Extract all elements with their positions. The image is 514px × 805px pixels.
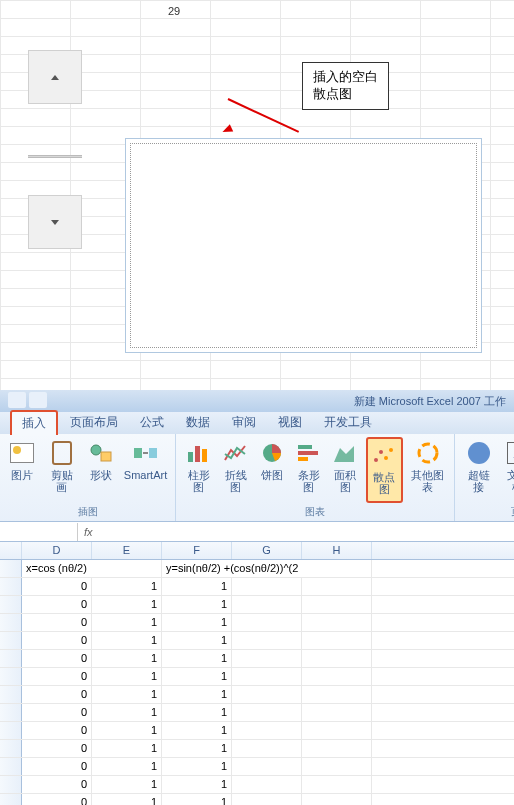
cell[interactable]: 1 <box>92 722 162 739</box>
cell[interactable] <box>232 650 302 667</box>
textbox-button[interactable]: A 文本框 <box>500 437 514 503</box>
insert-picture-button[interactable]: 图片 <box>6 437 39 503</box>
cell[interactable] <box>232 758 302 775</box>
cell[interactable]: y=sin(nθ/2) +(cos(nθ/2))^(2 <box>162 560 372 577</box>
cell[interactable]: 0 <box>22 596 92 613</box>
tab-insert[interactable]: 插入 <box>10 410 58 435</box>
cell[interactable]: 1 <box>92 740 162 757</box>
row-header[interactable] <box>0 722 22 739</box>
cell[interactable] <box>232 596 302 613</box>
cell[interactable]: 1 <box>92 578 162 595</box>
other-charts-button[interactable]: 其他图表 <box>407 437 449 503</box>
cell[interactable]: 1 <box>92 596 162 613</box>
insert-shapes-button[interactable]: 形状 <box>85 437 118 503</box>
cell[interactable] <box>232 686 302 703</box>
cell[interactable]: 1 <box>92 614 162 631</box>
cell[interactable]: 1 <box>162 758 232 775</box>
tab-view[interactable]: 视图 <box>268 411 312 434</box>
fx-icon[interactable]: fx <box>78 526 99 538</box>
cell[interactable] <box>302 578 372 595</box>
cell[interactable] <box>232 740 302 757</box>
cell[interactable] <box>302 668 372 685</box>
tab-review[interactable]: 审阅 <box>222 411 266 434</box>
tab-developer[interactable]: 开发工具 <box>314 411 382 434</box>
cell[interactable] <box>232 776 302 793</box>
cell[interactable]: 1 <box>162 614 232 631</box>
cell[interactable]: 1 <box>162 650 232 667</box>
row-header[interactable] <box>0 596 22 613</box>
cell[interactable]: 1 <box>162 740 232 757</box>
row-header[interactable] <box>0 758 22 775</box>
row-header[interactable] <box>0 704 22 721</box>
cell[interactable]: 0 <box>22 578 92 595</box>
cell[interactable] <box>302 686 372 703</box>
column-chart-button[interactable]: 柱形图 <box>182 437 215 503</box>
cell[interactable] <box>302 704 372 721</box>
row-header[interactable] <box>0 632 22 649</box>
cell[interactable]: 0 <box>22 758 92 775</box>
cell[interactable]: 0 <box>22 668 92 685</box>
row-header[interactable] <box>0 578 22 595</box>
row-header[interactable] <box>0 560 22 577</box>
cell[interactable]: 0 <box>22 740 92 757</box>
col-header-f[interactable]: F <box>162 542 232 559</box>
cell[interactable]: 1 <box>162 578 232 595</box>
cell[interactable]: 1 <box>92 632 162 649</box>
cell[interactable] <box>302 650 372 667</box>
cell[interactable] <box>232 704 302 721</box>
cell[interactable] <box>302 632 372 649</box>
col-header-g[interactable]: G <box>232 542 302 559</box>
select-all-corner[interactable] <box>0 542 22 559</box>
cell[interactable]: 1 <box>162 668 232 685</box>
row-header[interactable] <box>0 794 22 805</box>
cell[interactable]: 1 <box>92 794 162 805</box>
cell[interactable]: 0 <box>22 704 92 721</box>
cell[interactable]: 0 <box>22 650 92 667</box>
col-header-h[interactable]: H <box>302 542 372 559</box>
scatter-chart-button[interactable]: 散点图 <box>366 437 403 503</box>
cell[interactable] <box>302 776 372 793</box>
name-box[interactable] <box>0 523 78 541</box>
row-header[interactable] <box>0 776 22 793</box>
row-header[interactable] <box>0 740 22 757</box>
qat-undo-button[interactable] <box>29 392 47 408</box>
cell[interactable] <box>302 614 372 631</box>
hyperlink-button[interactable]: 超链接 <box>461 437 496 503</box>
blank-scatter-chart[interactable] <box>125 138 482 353</box>
cell[interactable] <box>302 794 372 805</box>
cell[interactable] <box>302 758 372 775</box>
cell[interactable]: 1 <box>162 632 232 649</box>
cell[interactable]: 0 <box>22 794 92 805</box>
cell[interactable]: 1 <box>162 794 232 805</box>
cell[interactable]: 1 <box>162 704 232 721</box>
cell[interactable] <box>302 596 372 613</box>
pie-chart-button[interactable]: 饼图 <box>256 437 288 503</box>
cell[interactable] <box>232 614 302 631</box>
cell[interactable] <box>232 668 302 685</box>
line-chart-button[interactable]: 折线图 <box>219 437 252 503</box>
row-header[interactable] <box>0 650 22 667</box>
tab-data[interactable]: 数据 <box>176 411 220 434</box>
col-header-d[interactable]: D <box>22 542 92 559</box>
cell[interactable] <box>232 722 302 739</box>
cell[interactable]: x=cos (nθ/2) <box>22 560 162 577</box>
cell[interactable] <box>302 740 372 757</box>
cell[interactable]: 0 <box>22 686 92 703</box>
cell[interactable]: 1 <box>92 668 162 685</box>
tab-page-layout[interactable]: 页面布局 <box>60 411 128 434</box>
scroll-down-button[interactable] <box>28 195 82 249</box>
cell[interactable] <box>302 722 372 739</box>
cell[interactable]: 1 <box>92 758 162 775</box>
cell[interactable]: 1 <box>92 650 162 667</box>
cell[interactable]: 1 <box>162 596 232 613</box>
qat-save-button[interactable] <box>8 392 26 408</box>
cell[interactable]: 1 <box>162 722 232 739</box>
cell[interactable]: 0 <box>22 632 92 649</box>
cell[interactable]: 1 <box>92 686 162 703</box>
cell[interactable]: 1 <box>92 776 162 793</box>
row-header[interactable] <box>0 614 22 631</box>
cell-value[interactable]: 29 <box>168 5 180 17</box>
cell[interactable]: 0 <box>22 614 92 631</box>
cell[interactable]: 1 <box>162 686 232 703</box>
cell[interactable] <box>232 794 302 805</box>
